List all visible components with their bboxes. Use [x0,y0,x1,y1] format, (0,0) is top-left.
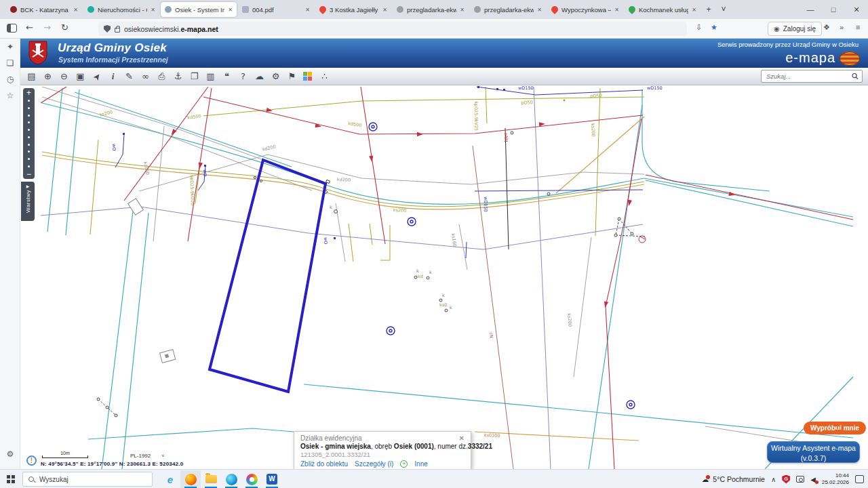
taskbar-clock[interactable]: 10:44 25.02.2026 [822,472,849,486]
link-icon[interactable]: ∞ [138,70,153,83]
details-link[interactable]: Szczegóły (i) [355,460,393,468]
action-center-icon[interactable] [855,475,864,483]
crs-dropdown-chevron[interactable]: ˅ [161,453,165,459]
reload-button[interactable]: ↻ [61,22,68,33]
close-button[interactable]: ✕ [845,0,868,19]
extensions-icon[interactable]: ❖ [823,23,830,32]
volume-muted-icon[interactable]: ◀ [810,476,816,483]
maximize-button[interactable]: □ [822,0,845,19]
tab-close-icon[interactable]: ✕ [537,7,542,13]
save-to-library-icon[interactable]: ⇩ [696,23,702,32]
history-icon[interactable]: ◷ [0,71,20,87]
firefox-login-button[interactable]: ◉ Zaloguj się [768,22,822,36]
map-search-box[interactable] [761,70,863,83]
more-tools-icon[interactable]: » [840,23,844,31]
taskbar-edge[interactable] [221,470,241,488]
zoom-out-icon[interactable]: ⊖ [57,70,71,83]
zoom-slider-track[interactable] [28,98,30,169]
url-bar[interactable]: osiekoswiecimski.e-mapa.net [98,22,687,36]
taskbar-word[interactable]: W [262,470,282,488]
sidebar-toggle-icon[interactable] [7,24,17,33]
zoom-to-object-link[interactable]: Zbliż do obiektu [300,460,348,468]
gov-eagle-favicon [474,6,481,13]
settings-icon[interactable]: ⚙ [269,70,283,83]
tab-osiek-emapa[interactable]: Osiek - System Informa✕ [161,2,237,17]
cloud-services-icon[interactable]: ☁ [252,70,267,83]
measure-icon[interactable]: ✎ [122,70,136,83]
sidebar-settings-icon[interactable]: ⚙ [0,446,20,462]
display-tray-icon[interactable] [796,476,804,483]
tab-kochmanek[interactable]: Kochmanek usługi stola✕ [625,2,701,17]
zoom-slider[interactable]: + − [23,88,35,179]
download-icon[interactable]: ⚓ [171,70,185,83]
mosaic-icon[interactable] [301,70,315,83]
tab-ekw-1[interactable]: przegladarka-ekw.ms.g✕ [393,2,469,17]
tab-close-icon[interactable]: ✕ [692,7,696,13]
tab-nieruchomosci[interactable]: Nieruchomości - Oświę✕ [83,2,159,17]
help-icon[interactable]: ? [236,70,250,83]
back-button[interactable]: ← [26,22,33,33]
taskbar-file-explorer[interactable] [201,470,221,488]
antivirus-shield-icon[interactable]: G [782,475,790,484]
tab-close-icon[interactable]: ✕ [305,7,310,13]
tray-chevron-icon[interactable]: ∧ [771,476,776,483]
new-tab-button[interactable]: + [701,5,716,14]
tab-pdf[interactable]: 004.pdf✕ [238,2,314,17]
ai-chat-icon[interactable]: ✦ [0,39,20,55]
tab-close-icon[interactable]: ✕ [614,7,619,13]
map-canvas[interactable] [20,85,868,469]
windows-taskbar: Wyszukaj eW ☁ 5°C Pochmurnie ∧ G ◀ 10:44… [0,469,868,488]
print-icon[interactable]: ⎙ [155,70,169,83]
taskbar-paint[interactable] [241,470,262,488]
assistant-bubble[interactable]: Wypróbuj mnie [804,422,866,434]
taskbar-weather[interactable]: ☁ 5°C Pochmurnie [702,475,765,483]
tab-bck[interactable]: BCK - Katarzyna✕ [6,2,82,17]
start-button[interactable] [7,475,15,483]
synced-tabs-icon[interactable]: ❏ [0,55,20,71]
bookmark-star-icon[interactable]: ★ [711,23,717,32]
split-view-icon[interactable]: ▥ [203,70,218,83]
minimize-button[interactable]: — [799,0,822,19]
taskbar-firefox[interactable] [180,470,201,488]
copy-map-icon[interactable]: ❐ [187,70,201,83]
warning-icon[interactable]: ! [26,455,37,466]
comments-icon[interactable]: ❝ [220,70,234,83]
info-icon[interactable]: i [106,70,120,83]
crs-selector[interactable]: PL-1992 [130,453,151,459]
map-search-input[interactable] [765,72,852,81]
zoom-in-button[interactable]: + [26,88,31,98]
taskbar-search-box[interactable]: Wyszukaj [22,472,153,487]
bookmarks-icon[interactable]: ☆ [0,87,20,104]
service-note: Serwis prowadzony przez Urząd Gminy w Os… [717,41,859,48]
tracking-protection-icon[interactable] [104,25,111,33]
share-icon[interactable]: ∴ [317,70,332,83]
tab-close-icon[interactable]: ✕ [151,7,155,13]
tab-kostka-jagielly[interactable]: 3 Kostka Jagiełły – Mapy✕ [315,2,391,17]
taskbar-internet-explorer[interactable]: e [160,470,180,488]
tab-wypoczynkowa[interactable]: Wypoczynkowa – Mapy✕ [547,2,623,17]
pointer-icon[interactable]: ➤ [87,66,106,86]
tab-close-icon[interactable]: ✕ [73,7,78,13]
zoom-out-button[interactable]: − [26,169,31,179]
layers-icon[interactable]: ▤ [24,70,39,83]
selected-parcel-outline[interactable] [210,160,326,392]
lock-icon[interactable] [115,28,120,33]
select-extent-icon[interactable]: ▣ [73,70,87,83]
tab-close-icon[interactable]: ✕ [460,7,465,13]
tab-close-icon[interactable]: ✕ [228,7,233,13]
cyan-parcel-lines [42,88,853,469]
compass-flag-icon[interactable]: ⚑ [285,70,299,83]
search-icon[interactable] [852,73,859,80]
map-viewport[interactable] [20,85,868,469]
virtual-assistant-button[interactable]: Wirtualny Asystent e-mapa (v.0.3.7) [767,441,860,463]
menu-icon[interactable]: ≡ [856,23,860,31]
list-tabs-button[interactable]: ˅ [716,5,731,14]
add-to-selection-icon[interactable]: + [400,460,408,468]
forward-button[interactable]: → [43,22,51,33]
more-link[interactable]: Inne [414,460,427,468]
popup-close-icon[interactable]: ✕ [459,434,465,442]
layers-panel-tab[interactable]: ▶ Warstwy [21,182,35,221]
tab-ekw-2[interactable]: przegladarka-ekw.ms.g✕ [470,2,546,17]
zoom-in-icon[interactable]: ⊕ [41,70,55,83]
tab-close-icon[interactable]: ✕ [382,7,387,13]
